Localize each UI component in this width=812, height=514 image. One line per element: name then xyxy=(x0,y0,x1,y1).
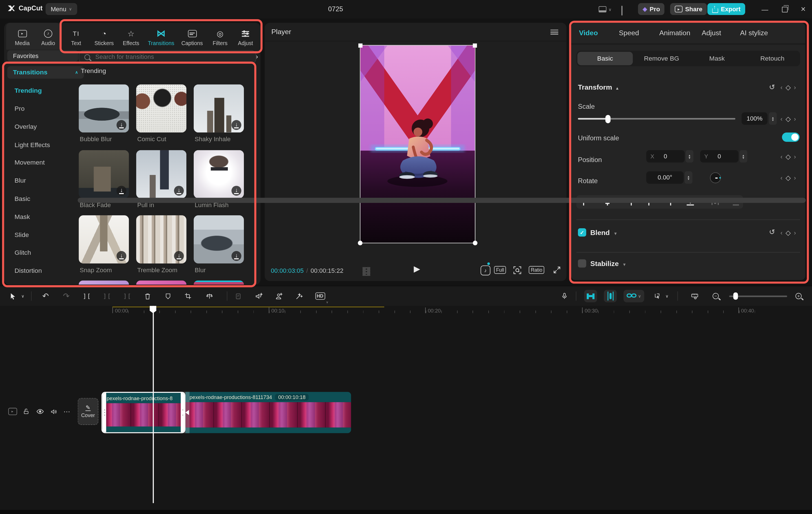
scale-slider[interactable] xyxy=(578,118,735,120)
cover-button[interactable]: ✎ Cover xyxy=(78,398,98,425)
transition-card-pull-in[interactable]: ↓ xyxy=(136,150,186,199)
transition-card-tremble-zoom[interactable]: ↓ xyxy=(136,215,186,264)
blend-section-header[interactable]: Blend▼ xyxy=(590,229,617,237)
tab-adjust[interactable]: Adjust xyxy=(232,25,259,50)
hd-quality-button[interactable]: HD ∨ xyxy=(313,286,327,306)
zoom-in-icon[interactable]: + xyxy=(792,286,805,306)
selection-handle[interactable] xyxy=(358,241,362,245)
stabilize-checkbox[interactable] xyxy=(578,259,586,267)
tab-filters[interactable]: ◎ Filters xyxy=(206,25,234,50)
subtab-basic[interactable]: Basic xyxy=(577,52,633,65)
keyframe-diamond-icon[interactable]: ◇ xyxy=(785,174,790,182)
download-icon[interactable]: ↓ xyxy=(174,251,184,261)
tab-animation[interactable]: Animation xyxy=(659,29,690,37)
download-icon[interactable]: ↓ xyxy=(174,186,184,195)
ratio-button[interactable]: Ratio xyxy=(529,266,544,274)
keyframe-diamond-icon[interactable]: ◇ xyxy=(785,115,790,123)
selection-handle[interactable] xyxy=(473,241,477,245)
selection-handle[interactable] xyxy=(358,43,362,48)
split-icon[interactable]: ][ xyxy=(81,286,93,306)
download-icon[interactable]: ↓ xyxy=(116,120,126,130)
scale-stepper[interactable]: ▴▾ xyxy=(769,113,777,125)
blend-checkbox[interactable]: ✓ xyxy=(578,228,586,236)
stabilize-section-header[interactable]: Stabilize▼ xyxy=(590,260,627,268)
selection-handle[interactable] xyxy=(473,43,477,48)
sidebar-item-glitch[interactable]: Glitch xyxy=(14,247,71,258)
keyframe-controls[interactable]: ‹ ◇ › xyxy=(780,115,796,123)
transition-card-black-fade[interactable]: ↓ xyxy=(79,150,129,199)
tab-speed[interactable]: Speed xyxy=(619,29,639,37)
frames-grid-icon[interactable] xyxy=(362,267,371,276)
full-screen-mode-button[interactable]: Full xyxy=(494,266,506,274)
timeline-area[interactable]: 00:00 00:10 00:20 00:30 00:40 ▸ ⋯ ✎ Cove… xyxy=(0,306,812,504)
balance-tool-icon[interactable] xyxy=(202,286,216,306)
timeline-zoom-handle[interactable] xyxy=(733,293,738,300)
tab-adjust-inspector[interactable]: Adjust xyxy=(702,29,721,37)
transition-marker[interactable] xyxy=(181,392,190,433)
notes-panel-button[interactable] xyxy=(621,6,622,16)
undo-icon[interactable]: ↶ xyxy=(39,286,52,306)
keyframe-diamond-icon[interactable]: ◇ xyxy=(785,83,790,91)
mute-track-icon[interactable] xyxy=(48,407,59,416)
maximize-button[interactable] xyxy=(777,0,792,19)
layout-switcher[interactable]: ∨ xyxy=(599,6,612,12)
download-icon[interactable]: ↓ xyxy=(116,186,126,195)
download-icon[interactable]: ↓ xyxy=(116,251,126,261)
pro-button[interactable]: ◈ Pro xyxy=(638,3,665,15)
transition-card-partial[interactable] xyxy=(136,281,186,285)
sidebar-group-transitions[interactable]: Transitions ∨ xyxy=(7,66,84,79)
transition-card-partial[interactable] xyxy=(79,281,129,285)
delete-left-icon[interactable]: ][ xyxy=(101,286,113,306)
transform-section-header[interactable]: Transform▲ xyxy=(578,83,619,91)
rotate-value[interactable]: 0.00° xyxy=(646,171,684,184)
position-y-stepper[interactable]: ▴▾ xyxy=(740,150,748,162)
toggle-visibility-icon[interactable] xyxy=(35,407,45,416)
crop-icon[interactable] xyxy=(182,286,194,306)
tab-transitions[interactable]: ⋈ Transitions xyxy=(145,25,177,50)
keyframe-diamond-icon[interactable]: ◇ xyxy=(785,229,790,237)
position-y-field[interactable]: Y 0 xyxy=(700,150,738,162)
transition-card-shaky-inhale[interactable]: ↓ xyxy=(194,84,244,132)
export-button[interactable]: ↑ Export xyxy=(707,3,745,15)
uniform-scale-toggle[interactable] xyxy=(782,132,799,142)
subtab-mask[interactable]: Mask xyxy=(689,51,745,66)
sidebar-item-basic[interactable]: Basic xyxy=(14,193,71,204)
delete-icon[interactable] xyxy=(141,286,154,306)
transition-card-blur[interactable]: ↓ xyxy=(194,215,244,264)
download-icon[interactable]: ↓ xyxy=(231,251,241,261)
timeline-zoom-slider[interactable] xyxy=(729,296,787,297)
rotate-stepper[interactable]: ▴▾ xyxy=(685,171,692,184)
sidebar-item-light-effects[interactable]: Light Effects xyxy=(14,140,71,150)
tab-effects[interactable]: ☆ Effects xyxy=(117,25,145,50)
transition-card-comic-cut[interactable] xyxy=(136,84,186,132)
transition-card-lumin-flash[interactable]: ↓ xyxy=(194,150,244,199)
timeline-clip-2[interactable]: pexels-rodnae-productions-8111734 00:00:… xyxy=(185,392,351,433)
lock-track-icon[interactable] xyxy=(21,407,31,416)
menu-button[interactable]: Menu ∨ xyxy=(46,3,77,15)
select-tool-icon[interactable] xyxy=(7,286,19,306)
subtab-retouch[interactable]: Retouch xyxy=(745,51,800,66)
transition-card-snap-zoom[interactable]: ↓ xyxy=(79,215,129,264)
position-x-field[interactable]: X 0 xyxy=(646,150,685,162)
audio-enhance-icon[interactable] xyxy=(252,286,264,306)
tab-media[interactable]: ▸ Media xyxy=(8,25,36,50)
auto-snap-button[interactable] xyxy=(584,290,597,302)
cursor-mode-icon[interactable] xyxy=(651,286,663,306)
more-options-icon[interactable]: ⋯ xyxy=(62,407,72,416)
share-button[interactable]: ▸ Share xyxy=(670,3,707,15)
zoom-out-icon[interactable]: − xyxy=(709,286,722,306)
sidebar-item-slide[interactable]: Slide xyxy=(14,230,71,240)
tab-captions[interactable]: Captions xyxy=(178,25,206,50)
redo-icon[interactable]: ↷ xyxy=(60,286,72,306)
keyframe-controls[interactable]: ‹ ◇ › xyxy=(780,83,796,91)
horizontal-scrollbar[interactable] xyxy=(78,198,806,203)
magic-wand-icon[interactable] xyxy=(293,286,305,306)
download-icon[interactable]: ↓ xyxy=(231,120,241,130)
minimize-button[interactable]: — xyxy=(757,0,773,19)
search-input[interactable] xyxy=(94,53,241,61)
timeline-fit-icon[interactable] xyxy=(688,286,701,306)
mask-tool-icon[interactable] xyxy=(162,286,174,306)
select-tool-chevron[interactable]: ∨ xyxy=(20,286,26,306)
keyframe-controls[interactable]: ‹ ◇ › xyxy=(780,229,796,237)
voiceover-mic-icon[interactable] xyxy=(558,286,571,306)
